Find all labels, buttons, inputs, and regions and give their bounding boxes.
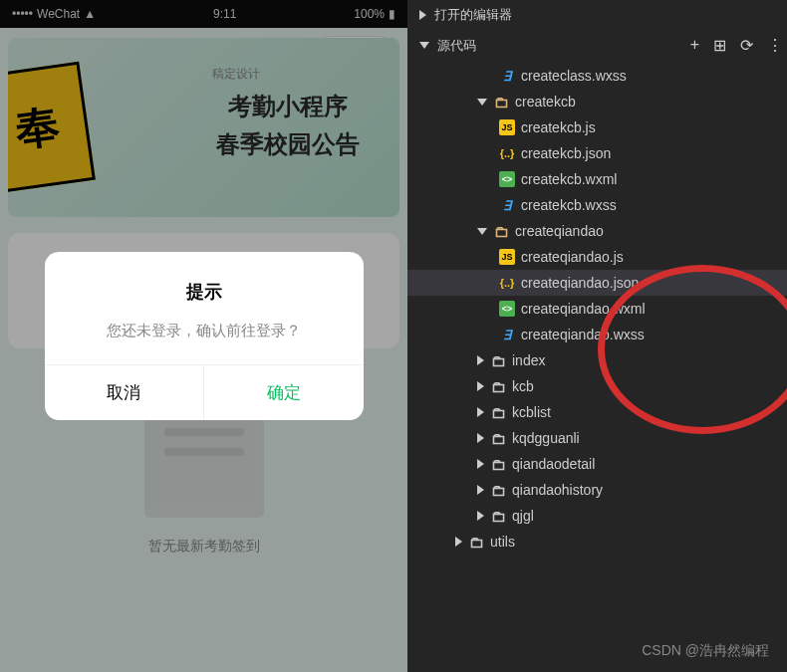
folder-kcblist[interactable]: 🗀kcblist xyxy=(407,399,787,425)
folder-open-icon: 🗀 xyxy=(493,223,509,239)
new-file-icon[interactable]: + xyxy=(690,36,699,55)
source-panel-title: 源代码 xyxy=(437,37,476,55)
collapse-icon[interactable]: ⋮ xyxy=(767,36,783,55)
folder-createkcb[interactable]: 🗀createkcb xyxy=(407,89,787,114)
editors-panel-header[interactable]: 打开的编辑器 xyxy=(407,0,787,30)
confirm-button[interactable]: 确定 xyxy=(204,365,364,420)
chevron-right-icon xyxy=(455,537,462,547)
chevron-right-icon xyxy=(477,459,484,469)
folder-kcb[interactable]: 🗀kcb xyxy=(407,373,787,399)
phone-simulator: ••••• WeChat ▲ 9:11 100% ▮ ••• ◎ 奉 稿定设计 … xyxy=(0,0,407,672)
wxml-icon: <> xyxy=(499,171,515,187)
folder-qiandaodetail[interactable]: 🗀qiandaodetail xyxy=(407,451,787,477)
file-createqiandao-wxss[interactable]: ∃createqiandao.wxss xyxy=(407,322,787,347)
json-icon: {..} xyxy=(499,145,515,161)
editor-sidebar: 打开的编辑器 源代码 + ⊞ ⟳ ⋮ ∃createclass.wxss 🗀cr… xyxy=(407,0,787,672)
folder-icon: 🗀 xyxy=(490,456,506,472)
file-createqiandao-wxml[interactable]: <>createqiandao.wxml xyxy=(407,296,787,322)
folder-index[interactable]: 🗀index xyxy=(407,347,787,373)
folder-qjgl[interactable]: 🗀qjgl xyxy=(407,503,787,529)
folder-icon: 🗀 xyxy=(490,352,506,368)
folder-createqiandao[interactable]: 🗀createqiandao xyxy=(407,218,787,244)
editors-panel-title: 打开的编辑器 xyxy=(434,6,512,24)
chevron-right-icon xyxy=(477,433,484,443)
login-modal: 提示 您还未登录，确认前往登录？ 取消 确定 xyxy=(45,252,364,420)
chevron-right-icon xyxy=(419,10,426,20)
file-createqiandao-js[interactable]: JScreateqiandao.js xyxy=(407,244,787,270)
modal-title: 提示 xyxy=(69,280,340,304)
folder-utils[interactable]: 🗀utils xyxy=(407,529,787,555)
cancel-button[interactable]: 取消 xyxy=(45,365,205,420)
chevron-down-icon xyxy=(477,228,487,235)
chevron-right-icon xyxy=(477,381,484,391)
folder-icon: 🗀 xyxy=(490,482,506,498)
chevron-right-icon xyxy=(477,511,484,521)
watermark: CSDN @浩冉然编程 xyxy=(642,642,769,660)
js-icon: JS xyxy=(499,119,515,135)
js-icon: JS xyxy=(499,249,515,265)
folder-icon: 🗀 xyxy=(490,378,506,394)
chevron-right-icon xyxy=(477,355,484,365)
modal-message: 您还未登录，确认前往登录？ xyxy=(69,322,340,340)
file-createqiandao-json[interactable]: {..}createqiandao.json xyxy=(407,270,787,296)
chevron-right-icon xyxy=(477,407,484,417)
folder-qiandaohistory[interactable]: 🗀qiandaohistory xyxy=(407,477,787,503)
folder-kqdgguanli[interactable]: 🗀kqdgguanli xyxy=(407,425,787,451)
wxss-icon: ∃ xyxy=(499,327,515,342)
folder-icon: 🗀 xyxy=(490,404,506,420)
source-panel-header[interactable]: 源代码 + ⊞ ⟳ ⋮ xyxy=(407,30,787,61)
file-createkcb-wxml[interactable]: <>createkcb.wxml xyxy=(407,166,787,192)
folder-icon: 🗀 xyxy=(490,430,506,446)
new-folder-icon[interactable]: ⊞ xyxy=(713,36,726,55)
file-tree: ∃createclass.wxss 🗀createkcb JScreatekcb… xyxy=(407,61,787,557)
file-createkcb-js[interactable]: JScreatekcb.js xyxy=(407,114,787,140)
chevron-down-icon xyxy=(419,42,429,49)
folder-icon: 🗀 xyxy=(490,508,506,524)
wxml-icon: <> xyxy=(499,301,515,317)
folder-open-icon: 🗀 xyxy=(493,94,509,110)
chevron-right-icon xyxy=(477,485,484,495)
modal-overlay[interactable]: 提示 您还未登录，确认前往登录？ 取消 确定 xyxy=(0,0,407,672)
wxss-icon: ∃ xyxy=(499,68,515,84)
file-createkcb-wxss[interactable]: ∃createkcb.wxss xyxy=(407,192,787,218)
file-createkcb-json[interactable]: {..}createkcb.json xyxy=(407,140,787,166)
chevron-down-icon xyxy=(477,99,487,106)
folder-icon: 🗀 xyxy=(468,534,484,550)
wxss-icon: ∃ xyxy=(499,197,515,213)
json-icon: {..} xyxy=(499,275,515,291)
file-createclass-wxss[interactable]: ∃createclass.wxss xyxy=(407,63,787,89)
refresh-icon[interactable]: ⟳ xyxy=(740,36,753,55)
